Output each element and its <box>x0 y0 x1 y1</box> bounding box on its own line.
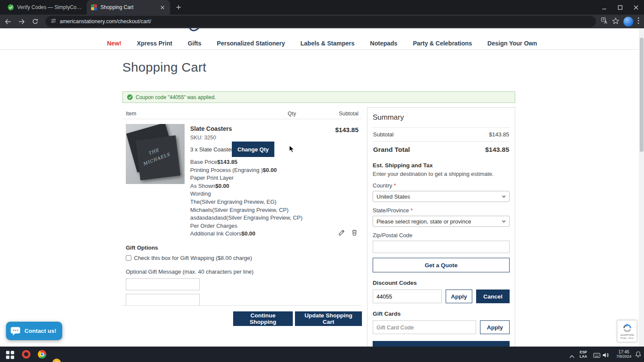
column-qty: Qty <box>288 111 296 117</box>
tab-verify-codes[interactable]: Verify Codes — SimplyCodes <box>3 0 87 15</box>
apply-gift-card-button[interactable]: Apply <box>480 320 510 334</box>
item-actions <box>338 229 358 236</box>
gift-message-line2-input[interactable] <box>126 294 200 306</box>
delete-item-icon[interactable] <box>350 229 358 236</box>
chevron-down-icon <box>502 220 506 223</box>
state-value: Please select region, state or province <box>377 218 471 225</box>
red-app-icon[interactable] <box>22 350 30 359</box>
page-scrollbar[interactable] <box>639 28 644 347</box>
gift-options-title: Gift Options <box>122 244 361 251</box>
window-controls <box>596 0 644 15</box>
engraving-text: THE <box>148 148 160 156</box>
url-text: americanstationery.com/checkout/cart/ <box>60 18 151 24</box>
discount-code-row: Apply Cancel <box>373 290 510 303</box>
tray-expand-icon[interactable] <box>569 352 574 360</box>
nav-item-notepads[interactable]: Notepads <box>370 40 398 47</box>
item-option-line: Paper Print Layer <box>190 174 332 182</box>
tab-strip: Verify Codes — SimplyCodes Shopping Cart <box>0 0 644 15</box>
country-value: United States <box>377 193 410 200</box>
gift-card-row: Apply <box>373 320 510 334</box>
notifications-icon[interactable] <box>635 351 641 359</box>
update-cart-button[interactable]: Update Shopping Cart <box>295 311 362 326</box>
clock[interactable]: 17:45 7/8/2024 <box>614 350 634 359</box>
minimize-button[interactable] <box>596 0 612 15</box>
nav-item-xpress-print[interactable]: Xpress Print <box>137 40 172 47</box>
edit-item-icon[interactable] <box>338 229 346 236</box>
product-image[interactable]: THE MICHAELS <box>126 124 185 184</box>
nav-item-gifts[interactable]: Gifts <box>188 40 201 47</box>
page-info-icon[interactable] <box>51 18 56 25</box>
subtotal-label: Subtotal <box>373 131 394 138</box>
summary-panel: Summary Subtotal $143.85 Grand Total $14… <box>367 107 515 347</box>
site-favicon-icon <box>91 4 97 10</box>
app-launcher-icon[interactable] <box>6 351 14 359</box>
state-select[interactable]: Please select region, state or province <box>373 216 510 227</box>
recaptcha-links: Privacy - Terms <box>620 337 634 339</box>
maximize-button[interactable] <box>612 0 628 15</box>
country-label: Country * <box>373 182 510 189</box>
translate-icon[interactable] <box>601 17 608 26</box>
tab-close-icon[interactable] <box>159 4 166 11</box>
date: 7/8/2024 <box>614 354 634 359</box>
simplycodes-favicon-icon <box>8 4 14 10</box>
discount-code-input[interactable] <box>373 290 442 303</box>
apply-discount-button[interactable]: Apply <box>446 290 472 303</box>
reload-icon[interactable] <box>29 15 41 27</box>
column-item: Item <box>126 111 136 117</box>
chrome-icon[interactable] <box>38 350 46 359</box>
item-option-line: Wording <box>190 190 332 198</box>
coaster-front: THE MICHAELS <box>136 136 181 181</box>
product-name-link[interactable]: Slate Coasters <box>190 125 232 132</box>
cancel-discount-button[interactable]: Cancel <box>476 290 510 303</box>
cart-actions: Continue Shopping Update Shopping Cart <box>233 311 362 326</box>
change-qty-button[interactable]: Change Qty <box>232 142 274 157</box>
close-window-button[interactable] <box>628 0 644 15</box>
subtotal-row: Subtotal $143.85 <box>373 127 510 142</box>
gift-wrap-row: Check this box for Gift Wrapping ($8.00 … <box>122 255 361 261</box>
tab-shopping-cart[interactable]: Shopping Cart <box>87 0 170 15</box>
coupon-message: Coupon code "44055" was applied. <box>136 94 216 100</box>
page-title: Shopping Cart <box>122 60 207 75</box>
zip-label: Zip/Postal Code <box>373 232 510 238</box>
browser-menu-icon[interactable] <box>638 17 639 26</box>
item-option-line: Per Order Charges <box>190 222 332 230</box>
required-mark: * <box>410 207 413 214</box>
recaptcha-badge[interactable]: reCAPTCHA Privacy - Terms <box>617 320 637 342</box>
required-mark: * <box>394 182 396 189</box>
recaptcha-icon <box>623 323 632 333</box>
chevron-down-icon <box>502 195 506 198</box>
browser-toolbar: americanstationery.com/checkout/cart/ <box>0 15 644 28</box>
country-select[interactable]: United States <box>373 191 510 202</box>
chat-bubble-icon <box>10 326 21 336</box>
get-quote-button[interactable]: Get a Quote <box>373 258 510 272</box>
bookmark-star-icon[interactable] <box>612 18 619 26</box>
zip-input[interactable] <box>373 241 510 253</box>
volume-icon[interactable] <box>602 352 609 359</box>
address-bar[interactable]: americanstationery.com/checkout/cart/ <box>46 16 596 27</box>
back-icon[interactable] <box>2 15 14 27</box>
language-indicator[interactable]: ESP LAA <box>580 350 587 359</box>
forward-icon[interactable] <box>15 15 27 27</box>
gift-card-input[interactable] <box>373 320 476 334</box>
nav-item-personalized-stationery[interactable]: Personalized Stationery <box>217 40 285 47</box>
nav-item-new[interactable]: New! <box>107 40 121 47</box>
scrollbar-thumb[interactable] <box>640 38 644 152</box>
grand-total-row: Grand Total $143.85 <box>373 142 510 159</box>
time: 17:45 <box>614 350 634 354</box>
new-tab-button[interactable] <box>173 1 185 13</box>
chrome-yellow-profile-icon[interactable] <box>52 359 61 362</box>
contact-us-widget[interactable]: Contact us! <box>6 322 62 340</box>
nav-item-design-your-own[interactable]: Design Your Own <box>487 40 537 47</box>
profile-avatar[interactable] <box>623 17 633 27</box>
keyboard-icon[interactable] <box>593 352 600 359</box>
gift-wrap-checkbox[interactable] <box>126 255 131 261</box>
place-order-button[interactable]: Place Order and Pay <box>373 341 510 347</box>
nav-item-labels-stampers[interactable]: Labels & Stampers <box>301 40 355 47</box>
summary-title: Summary <box>373 113 510 122</box>
discount-codes-title: Discount Codes <box>373 280 510 286</box>
nav-item-party-celebrations[interactable]: Party & Celebrations <box>413 40 472 47</box>
grand-total-label: Grand Total <box>373 146 410 154</box>
continue-shopping-button[interactable]: Continue Shopping <box>233 311 293 326</box>
gift-message-line1-input[interactable] <box>126 278 200 290</box>
cart-divider <box>122 305 361 306</box>
